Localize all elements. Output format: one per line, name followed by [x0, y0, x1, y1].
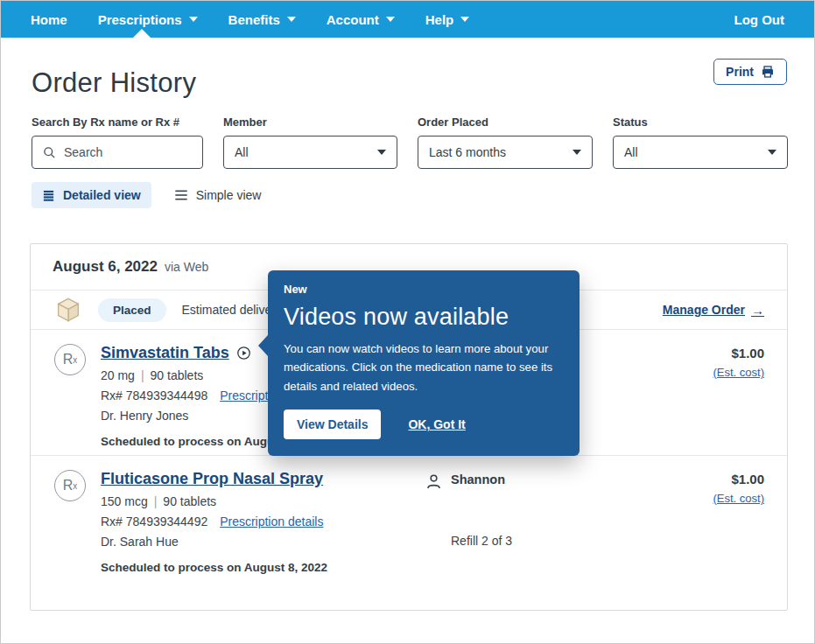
- prescriber-name: Dr. Sarah Hue: [101, 535, 425, 549]
- active-nav-indicator: [133, 29, 151, 38]
- simple-view-icon: [174, 189, 188, 201]
- printer-icon: [761, 65, 775, 79]
- filters-bar: Search By Rx name or Rx # Member All Ord…: [32, 116, 788, 169]
- detailed-view-icon: [42, 189, 55, 202]
- medication-name: Fluticasone Prop Nasal Spray: [101, 470, 323, 488]
- package-icon: [54, 296, 82, 324]
- medication-name-link[interactable]: Simvastatin Tabs: [101, 344, 251, 362]
- medication-row-fluticasone: Rx Fluticasone Prop Nasal Spray 150 mcg|…: [31, 456, 787, 584]
- caret-down-icon: [287, 17, 296, 22]
- manage-order-label: Manage Order: [663, 303, 745, 317]
- detailed-view-toggle[interactable]: Detailed view: [32, 182, 151, 208]
- rx-icon: Rx: [54, 344, 86, 375]
- med-member-col: Shannon Refill 2 of 3: [425, 470, 643, 584]
- rx-letter: R: [63, 352, 74, 368]
- refill-count: Refill 2 of 3: [451, 534, 643, 584]
- order-placed-select-value: Last 6 months: [429, 145, 506, 159]
- chevron-down-icon: [377, 150, 386, 155]
- caret-down-icon: [460, 17, 469, 22]
- search-input[interactable]: [64, 145, 186, 159]
- person-icon: [425, 472, 451, 528]
- arrow-right-icon: →: [751, 303, 764, 318]
- estimated-delivery-text: Estimated delivery: [182, 303, 282, 317]
- rx-sub-letter: x: [73, 355, 77, 365]
- rx-number: Rx# 784939344492: [101, 514, 207, 528]
- est-cost-link[interactable]: (Est. cost): [643, 492, 764, 505]
- order-history-page: Home Prescriptions Benefits Account Help…: [0, 0, 815, 644]
- detailed-view-label: Detailed view: [63, 188, 141, 202]
- print-label: Print: [726, 65, 754, 79]
- manage-order-link[interactable]: Manage Order →: [663, 303, 764, 318]
- nav-prescriptions-label: Prescriptions: [98, 12, 182, 27]
- med-price-col: $1.00 (Est. cost): [643, 470, 764, 584]
- filter-member: Member All: [223, 116, 397, 169]
- rx-icon-col: Rx: [54, 344, 101, 455]
- status-filter-label: Status: [613, 116, 788, 129]
- med-main-col: Fluticasone Prop Nasal Spray 150 mcg|90 …: [101, 470, 425, 584]
- tooltip-actions: View Details OK, Got It: [284, 410, 564, 439]
- view-details-button[interactable]: View Details: [284, 410, 381, 439]
- med-price-col: $1.00 (Est. cost): [643, 344, 764, 455]
- order-date: August 6, 2022: [53, 258, 158, 276]
- caret-down-icon: [386, 17, 395, 22]
- prescription-details-link[interactable]: Prescription details: [220, 514, 323, 528]
- status-badge: Placed: [98, 298, 166, 322]
- simple-view-toggle[interactable]: Simple view: [174, 182, 262, 208]
- tooltip-body: You can now watch videos to learn more a…: [284, 340, 564, 396]
- tooltip-title: Videos now available: [284, 304, 564, 331]
- medication-name-link[interactable]: Fluticasone Prop Nasal Spray: [101, 470, 323, 488]
- caret-down-icon: [189, 17, 198, 22]
- medication-name: Simvastatin Tabs: [101, 344, 229, 362]
- med-quantity: 90 tablets: [163, 494, 216, 508]
- nav-benefits-label: Benefits: [228, 12, 280, 27]
- rx-letter: R: [63, 478, 74, 494]
- tooltip-new-tag: New: [284, 283, 564, 296]
- nav-item-prescriptions[interactable]: Prescriptions: [98, 12, 198, 27]
- rx-number: Rx# 784939344498: [101, 388, 207, 402]
- member-filter-label: Member: [223, 116, 397, 129]
- filter-search: Search By Rx name or Rx #: [32, 116, 203, 169]
- chevron-down-icon: [573, 150, 581, 155]
- top-navbar: Home Prescriptions Benefits Account Help…: [1, 1, 814, 38]
- med-price: $1.00: [731, 346, 764, 360]
- logout-label: Log Out: [734, 12, 784, 27]
- nav-item-benefits[interactable]: Benefits: [228, 12, 296, 27]
- status-select-value: All: [624, 145, 638, 159]
- tooltip-arrow-left: [258, 335, 268, 356]
- nav-item-account[interactable]: Account: [327, 12, 395, 27]
- filter-status: Status All: [613, 116, 788, 169]
- nav-home-label: Home: [31, 12, 67, 27]
- med-rx-line: Rx# 784939344492 Prescription details: [101, 514, 425, 528]
- rx-icon: Rx: [54, 470, 86, 501]
- view-toggle: Detailed view Simple view: [32, 182, 261, 208]
- logout-button[interactable]: Log Out: [734, 12, 784, 27]
- order-placed-select[interactable]: Last 6 months: [418, 136, 593, 169]
- filter-order-placed: Order Placed Last 6 months: [418, 116, 593, 169]
- nav-account-label: Account: [327, 12, 379, 27]
- rx-sub-letter: x: [73, 481, 77, 491]
- search-icon: [43, 146, 56, 159]
- video-play-icon[interactable]: [236, 346, 251, 360]
- member-select-value: All: [235, 145, 249, 159]
- nav-item-help[interactable]: Help: [425, 12, 470, 27]
- scheduled-process-text: Scheduled to process on August 8, 2022: [101, 561, 425, 574]
- member-name: Shannon: [451, 472, 643, 528]
- status-select[interactable]: All: [613, 136, 788, 169]
- est-cost-link[interactable]: (Est. cost): [643, 366, 764, 379]
- med-strength-qty: 150 mcg|90 tablets: [101, 494, 425, 508]
- simple-view-label: Simple view: [196, 188, 262, 202]
- med-strength: 150 mcg: [101, 494, 148, 508]
- nav-item-home[interactable]: Home: [31, 12, 67, 27]
- order-placed-filter-label: Order Placed: [418, 116, 593, 129]
- chevron-down-icon: [768, 150, 776, 155]
- page-title: Order History: [32, 67, 196, 99]
- ok-got-it-link[interactable]: OK, Got It: [408, 417, 465, 431]
- member-select[interactable]: All: [223, 136, 397, 169]
- pipe-divider: |: [141, 368, 144, 382]
- med-quantity: 90 tablets: [151, 368, 204, 382]
- print-button[interactable]: Print: [713, 59, 787, 85]
- search-filter-label: Search By Rx name or Rx #: [32, 116, 203, 129]
- videos-tooltip: New Videos now available You can now wat…: [268, 270, 580, 456]
- search-field: [32, 136, 203, 169]
- nav-help-label: Help: [425, 12, 454, 27]
